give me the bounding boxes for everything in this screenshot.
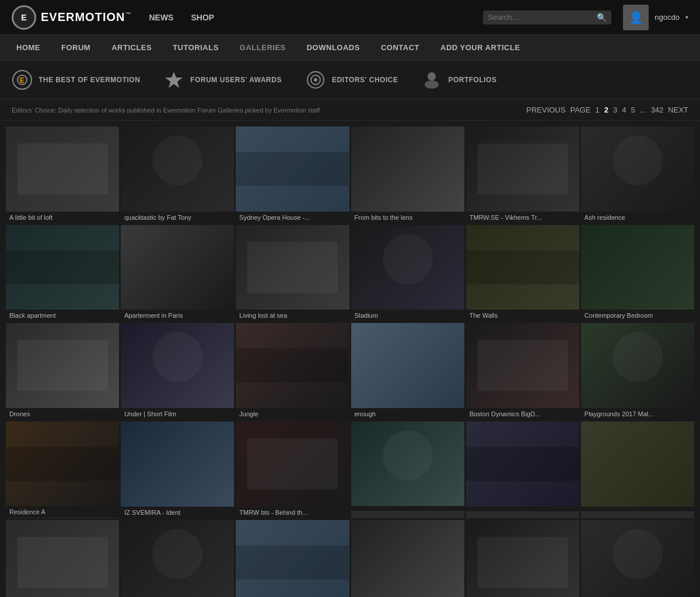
gallery-item[interactable]: Residence A [6, 422, 119, 518]
nav-shop[interactable]: SHOP [191, 13, 214, 22]
gallery-item[interactable] [581, 422, 694, 518]
thumb-inner [121, 520, 234, 598]
logo[interactable]: E EVERMOTION™ [12, 5, 131, 30]
top-header: E EVERMOTION™ NEWS SHOP 🔍 👤 ngocdo ▾ [0, 0, 700, 35]
gallery-item[interactable]: From bits to the lens [351, 127, 464, 223]
section-best[interactable]: E THE BEST OF EVERMOTION [12, 69, 140, 90]
gallery-item[interactable]: A little bit of loft [6, 127, 119, 223]
thumb-inner [466, 225, 579, 310]
gallery-item[interactable] [236, 520, 349, 598]
next-button[interactable]: NEXT [668, 106, 688, 114]
nav-galleries[interactable]: GALLERIES [229, 35, 296, 61]
gallery-item[interactable]: enough [351, 323, 464, 420]
page-1[interactable]: 1 [596, 106, 600, 114]
user-dropdown-arrow[interactable]: ▾ [685, 14, 688, 20]
gallery-item[interactable] [466, 422, 579, 518]
user-area: 👤 ngocdo ▾ [623, 5, 688, 30]
gallery-item[interactable]: Black apartment [6, 225, 119, 322]
gallery-item[interactable]: Aparterment in Paris [121, 225, 234, 322]
gallery-label: Stadium [351, 310, 464, 321]
section-awards-label: FORUM USERS' AWARDS [190, 76, 282, 84]
section-editors[interactable]: EDITORS' CHOICE [305, 69, 398, 90]
svg-rect-35 [236, 545, 349, 579]
gallery-thumb [6, 520, 119, 598]
gallery-label: Living lost at sea [236, 310, 349, 321]
gallery-label: Residence A [6, 506, 119, 518]
gallery-item[interactable]: quacktastic by Fat Tony [121, 127, 234, 223]
thumb-inner [466, 422, 579, 507]
gallery-item[interactable]: Living lost at sea [236, 225, 349, 322]
gallery-item[interactable]: TMRW.SE - Vikhems Tr... [466, 127, 579, 223]
nav-forum[interactable]: FORUM [51, 35, 101, 61]
svg-point-18 [383, 234, 433, 284]
page-last[interactable]: 342 [651, 106, 664, 114]
svg-rect-31 [466, 447, 579, 481]
gallery-item[interactable] [6, 520, 119, 598]
gallery-item[interactable]: Drones [6, 323, 119, 420]
gallery-label [581, 507, 694, 511]
gallery-item[interactable]: Ash residence [581, 127, 694, 223]
thumb-inner [581, 520, 694, 598]
gallery-thumb [236, 127, 349, 212]
thumb-inner [236, 323, 349, 408]
gallery-item[interactable]: Jungle [236, 323, 349, 420]
svg-rect-27 [6, 447, 119, 481]
gallery-thumb [581, 225, 694, 310]
gallery-thumb [6, 225, 119, 310]
gallery-item[interactable] [121, 520, 234, 598]
gallery-item[interactable]: Contemporary Bedroom [581, 225, 694, 322]
nav-tutorials[interactable]: TUTORIALS [162, 35, 229, 61]
gallery-item[interactable]: Boston Dynamics BigD... [466, 323, 579, 420]
gallery-thumb [6, 323, 119, 408]
gallery-thumb [581, 127, 694, 212]
gallery-thumb [466, 520, 579, 598]
gallery-item[interactable]: Under | Short Film [121, 323, 234, 420]
thumb-inner [581, 225, 694, 310]
thumb-inner [351, 520, 464, 598]
gallery-item[interactable]: Sydney Opera House -... [236, 127, 349, 223]
thumb-inner [6, 127, 119, 212]
page-5[interactable]: 5 [631, 106, 635, 114]
gallery-item[interactable]: IZ SVEMIRA - Ident [121, 422, 234, 518]
gallery-label: enough [351, 408, 464, 420]
nav-downloads[interactable]: DOWNLOADS [296, 35, 370, 61]
gallery-item[interactable] [581, 520, 694, 598]
svg-rect-15 [6, 250, 119, 284]
gallery-label: Playgrounds 2017 Mal... [581, 408, 694, 420]
section-editors-label: EDITORS' CHOICE [332, 76, 398, 84]
gallery-thumb [6, 127, 119, 212]
page-4[interactable]: 4 [622, 106, 626, 114]
portfolios-icon [421, 69, 442, 90]
gallery-item[interactable]: The Walls [466, 225, 579, 322]
gallery-label: Drones [6, 408, 119, 420]
gallery-item[interactable]: TMRW bts - Behind th... [236, 422, 349, 518]
gallery-item[interactable]: Stadium [351, 225, 464, 322]
page-2[interactable]: 2 [604, 106, 608, 114]
section-bar: E THE BEST OF EVERMOTION FORUM USERS' AW… [0, 61, 700, 100]
prev-button[interactable]: PREVIOUS [526, 106, 565, 114]
gallery-item[interactable] [351, 422, 464, 518]
gallery-item[interactable] [351, 520, 464, 598]
gallery-thumb [236, 422, 349, 507]
main-nav: HOME FORUM ARTICLES TUTORIALS GALLERIES … [0, 35, 700, 61]
gallery-label: TMRW.SE - Vikhems Tr... [466, 212, 579, 223]
nav-home[interactable]: HOME [6, 35, 51, 61]
gallery-thumb [351, 422, 464, 507]
gallery-item[interactable]: Playgrounds 2017 Mal... [581, 323, 694, 420]
thumb-inner [236, 422, 349, 507]
nav-news[interactable]: NEWS [149, 13, 173, 22]
nav-articles[interactable]: ARTICLES [101, 35, 162, 61]
page-3[interactable]: 3 [613, 106, 617, 114]
gallery-item[interactable] [466, 520, 579, 598]
section-portfolios[interactable]: PORTFOLIOS [421, 69, 496, 90]
section-best-label: THE BEST OF EVERMOTION [38, 76, 140, 84]
pagination: PREVIOUS PAGE 1 2 3 4 5 ... 342 NEXT [526, 106, 688, 114]
nav-contact[interactable]: CONTACT [370, 35, 430, 61]
search-bar[interactable]: 🔍 [483, 10, 611, 24]
nav-add-article[interactable]: ADD YOUR ARTICLE [430, 35, 531, 61]
logo-text: EVERMOTION™ [41, 10, 131, 24]
svg-rect-25 [477, 340, 568, 391]
search-input[interactable] [488, 13, 597, 22]
section-awards[interactable]: FORUM USERS' AWARDS [163, 69, 282, 90]
svg-point-38 [612, 529, 663, 579]
